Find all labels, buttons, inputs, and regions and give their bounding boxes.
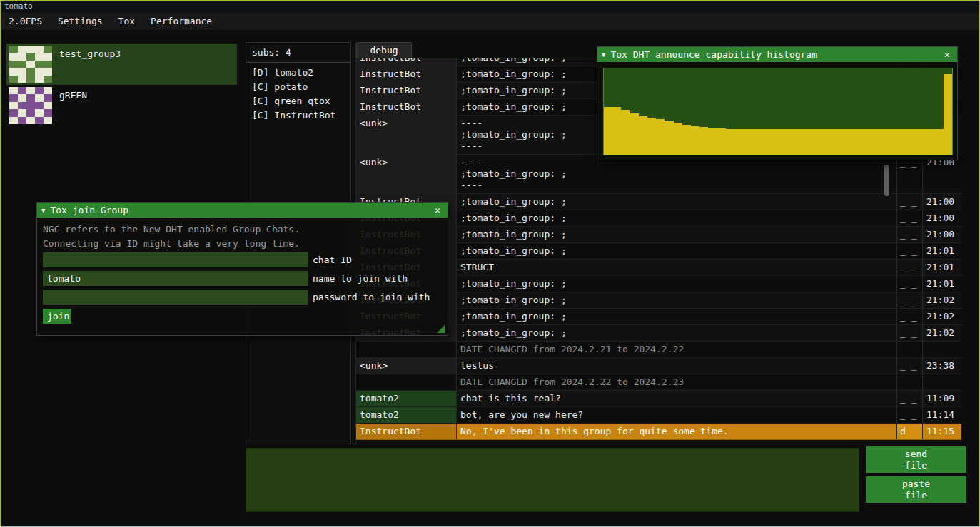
join-password-row: password to join with xyxy=(43,290,448,305)
time-cell: 11:14 xyxy=(923,407,961,423)
message-cell: DATE CHANGED from 2024.2.21 to 2024.2.22 xyxy=(457,342,897,357)
time-cell: 21:02 xyxy=(923,309,961,324)
histogram-plot[interactable] xyxy=(603,68,953,155)
chat-message-row[interactable]: <unk>testus_ _23:38 xyxy=(356,358,961,374)
date-separator-row: DATE CHANGED from 2024.2.22 to 2024.2.23 xyxy=(356,374,961,391)
resize-grip[interactable] xyxy=(437,324,445,333)
sender-cell: InstructBot xyxy=(356,99,457,115)
histogram-bar xyxy=(944,74,952,155)
group-avatar-icon xyxy=(9,87,52,124)
histogram-bar xyxy=(674,123,682,155)
join-button[interactable]: join xyxy=(43,309,71,324)
sender-cell: InstructBot xyxy=(356,83,457,98)
histogram-bar xyxy=(752,129,760,155)
sender-cell: InstructBot xyxy=(356,66,457,82)
join-info-line: Connecting via ID might take a very long… xyxy=(43,237,448,251)
join-info-line: NGC refers to the New DHT enabled Group … xyxy=(43,222,448,237)
flags-cell: _ _ xyxy=(897,391,923,406)
avatar-pixel xyxy=(26,87,35,94)
join-password-input[interactable] xyxy=(43,290,308,305)
histogram-bar xyxy=(865,129,874,155)
avatar-pixel xyxy=(26,109,35,116)
histogram-bar xyxy=(734,129,743,155)
message-input[interactable] xyxy=(246,448,859,512)
avatar-pixel xyxy=(18,76,26,83)
histogram-bar xyxy=(630,113,639,155)
chat-message-row[interactable]: InstructBotNo, I've been in this group f… xyxy=(356,424,961,440)
members-header: subs: 4 xyxy=(246,43,350,58)
message-cell: ---- ;tomato_in_group: ; ---- xyxy=(457,155,897,193)
histogram-bar xyxy=(691,126,699,155)
time-cell: 21:00 xyxy=(923,210,961,226)
chat-message-row[interactable]: tomato2bot, are you new here?_ _11:14 xyxy=(356,407,961,424)
member-item[interactable]: [C] potato xyxy=(246,80,350,94)
avatar-pixel xyxy=(44,94,52,101)
close-icon[interactable]: ✕ xyxy=(430,205,445,215)
flags-cell: _ _ xyxy=(897,194,923,210)
message-cell: ;tomato_in_group: ; xyxy=(457,276,897,292)
histogram-bar xyxy=(909,129,917,155)
histogram-window-title: Tox DHT announce capability histogram xyxy=(610,49,940,60)
histogram-bar xyxy=(769,129,778,155)
avatar-pixel xyxy=(35,46,44,53)
join-window-titlebar[interactable]: ▼ Tox join Group ✕ xyxy=(37,203,448,218)
tab-debug[interactable]: debug xyxy=(356,42,412,58)
collapse-arrow-icon[interactable]: ▼ xyxy=(41,207,45,214)
group-list-item[interactable]: gREEN xyxy=(6,85,237,126)
send-file-button[interactable]: send file xyxy=(866,446,966,473)
group-avatar-icon xyxy=(9,46,52,83)
paste-file-button[interactable]: paste file xyxy=(866,476,966,503)
time-cell: 21:01 xyxy=(923,243,961,259)
avatar-pixel xyxy=(9,102,18,109)
histogram-bar xyxy=(665,121,673,155)
join-name-label: name to join with xyxy=(313,273,408,284)
flags-cell xyxy=(897,374,923,390)
flags-cell: _ _ xyxy=(897,243,923,259)
message-cell: STRUCT xyxy=(457,260,897,275)
scrollbar-thumb[interactable] xyxy=(884,165,889,196)
chat-message-row[interactable]: <unk>---- ;tomato_in_group: ; ----_ _21:… xyxy=(356,155,961,194)
join-name-row: name to join with xyxy=(43,271,448,286)
collapse-arrow-icon[interactable]: ▼ xyxy=(602,51,605,58)
avatar-pixel xyxy=(35,76,44,83)
chat-message-row[interactable]: tomato2chat is this real?_ _11:09 xyxy=(356,391,961,407)
member-item[interactable]: [C] green_qtox xyxy=(246,94,350,108)
time-cell: 21:02 xyxy=(923,292,961,308)
histogram-bar xyxy=(891,129,900,155)
join-name-input[interactable] xyxy=(43,271,308,286)
time-cell: 21:01 xyxy=(923,260,961,275)
avatar-pixel xyxy=(9,53,18,60)
menu-item-performance[interactable]: Performance xyxy=(143,13,220,30)
avatar-pixel xyxy=(44,102,52,109)
avatar-pixel xyxy=(26,102,35,109)
message-cell: chat is this real? xyxy=(457,391,897,406)
histogram-bar xyxy=(830,129,839,155)
histogram-bar xyxy=(857,129,865,155)
time-cell: 11:09 xyxy=(923,391,961,406)
time-cell xyxy=(923,342,961,357)
avatar-pixel xyxy=(35,109,44,116)
member-item[interactable]: [D] tomato2 xyxy=(246,66,350,80)
histogram-window-titlebar[interactable]: ▼ Tox DHT announce capability histogram … xyxy=(597,47,957,62)
time-cell: 21:00 xyxy=(923,227,961,242)
flags-cell: d xyxy=(897,424,923,439)
group-list: test_group3gREEN xyxy=(6,44,237,126)
avatar-pixel xyxy=(9,76,18,83)
sender-cell: <unk> xyxy=(356,116,457,154)
flags-cell xyxy=(897,342,923,357)
avatar-pixel xyxy=(44,53,52,60)
avatar-pixel xyxy=(26,68,35,75)
chat-id-input[interactable] xyxy=(43,252,308,267)
menu-item-tox[interactable]: Tox xyxy=(111,13,143,30)
message-cell: ;tomato_in_group: ; xyxy=(457,194,897,210)
flags-cell: _ _ xyxy=(897,155,923,193)
avatar-pixel xyxy=(35,53,44,60)
avatar-pixel xyxy=(35,94,44,101)
member-item[interactable]: [C] InstructBot xyxy=(246,108,350,123)
histogram-bar xyxy=(699,127,708,155)
menu-item-settings[interactable]: Settings xyxy=(50,13,111,30)
histogram-bar xyxy=(621,110,630,155)
group-list-item[interactable]: test_group3 xyxy=(6,44,237,85)
close-icon[interactable]: ✕ xyxy=(940,49,954,60)
message-cell: ;tomato_in_group: ; xyxy=(457,292,897,308)
